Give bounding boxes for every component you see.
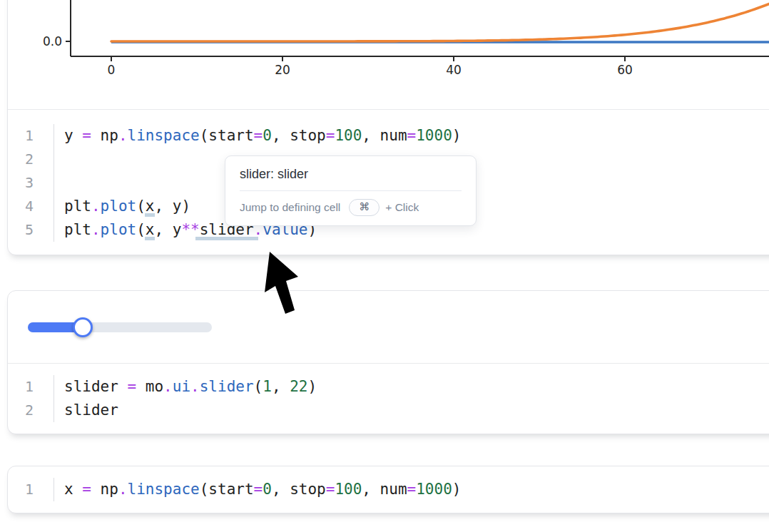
code-line[interactable]: slider = mo.ui.slider(1, 22) — [64, 375, 317, 399]
code-token: , y) — [154, 198, 190, 215]
code-token: , num — [362, 127, 407, 144]
code-token: , num — [362, 481, 407, 498]
code-token: 0 — [263, 127, 272, 144]
command-key-badge: ⌘ — [349, 199, 380, 216]
code-token: . — [91, 198, 101, 215]
code-token: np — [91, 127, 118, 144]
code-token: plt — [64, 221, 91, 238]
code-token: = — [82, 127, 91, 144]
variable-tooltip: slider: slider Jump to defining cell ⌘ +… — [225, 155, 477, 226]
code-token: ** — [181, 221, 199, 238]
code-token: 100 — [335, 127, 362, 144]
code-editor[interactable]: 12 slider = mo.ui.slider(1, 22)slider — [8, 364, 769, 434]
x-tick-label: 20 — [275, 63, 290, 77]
code-line[interactable]: x = np.linspace(start=0, stop=100, num=1… — [64, 478, 461, 501]
code-token: , stop — [272, 481, 326, 498]
code-token: y — [64, 127, 82, 144]
code-token: 0 — [263, 481, 272, 498]
code-token: (start — [200, 481, 254, 498]
matplotlib-plot: 0204060 0.0 — [8, 0, 769, 110]
code-token: ui — [173, 378, 190, 395]
slider-handle[interactable] — [73, 317, 93, 337]
code-token: = — [326, 481, 335, 498]
code-token: ) — [452, 127, 462, 144]
code-token: mo — [136, 378, 163, 395]
line-number-gutter: 1 — [8, 478, 34, 501]
code-token: . — [190, 378, 200, 395]
code-token: ( — [136, 198, 146, 215]
x-tick-label: 40 — [446, 63, 462, 77]
code-token: slider — [64, 401, 118, 419]
code-token: (start — [200, 127, 254, 144]
x-tick-label: 60 — [617, 63, 633, 77]
code-token: = — [82, 481, 91, 498]
code-token: slider — [200, 378, 254, 395]
code-token: plot — [101, 221, 137, 238]
code-token: , stop — [272, 127, 326, 144]
code-token: slider — [64, 378, 128, 395]
code-token: = — [407, 481, 417, 498]
slider-output — [8, 291, 769, 364]
line-number: 2 — [8, 148, 34, 171]
x-tick-label: 0 — [108, 63, 116, 77]
line-number: 4 — [8, 195, 34, 218]
mouse-cursor-icon — [257, 245, 302, 319]
code-token: = — [407, 127, 417, 144]
code-token: linspace — [128, 127, 200, 144]
matplotlib-output: 0204060 0.0 — [8, 0, 769, 110]
line-number-gutter: 12345 — [8, 124, 34, 242]
notebook-cell-x: 1 x = np.linspace(start=0, stop=100, num… — [7, 466, 769, 513]
code-content[interactable]: x = np.linspace(start=0, stop=100, num=1… — [54, 478, 461, 501]
line-number: 1 — [8, 375, 34, 399]
code-token: = — [254, 127, 263, 144]
slider-track[interactable] — [28, 322, 212, 332]
variable-reference[interactable]: x — [146, 198, 155, 215]
code-content[interactable]: slider = mo.ui.slider(1, 22)slider — [54, 375, 317, 422]
code-token: plt — [64, 198, 91, 215]
code-line[interactable]: slider — [64, 399, 317, 422]
code-token: np — [91, 481, 118, 498]
notebook-cell-slider: 12 slider = mo.ui.slider(1, 22)slider — [7, 290, 769, 434]
code-token: 22 — [290, 378, 307, 395]
code-token: ) — [452, 481, 462, 498]
code-token: plot — [101, 198, 137, 215]
code-token: . — [118, 481, 128, 498]
code-token: ) — [307, 378, 317, 395]
code-token: . — [163, 378, 173, 395]
line-number: 5 — [8, 218, 34, 242]
code-token: linspace — [128, 481, 200, 498]
code-token: = — [326, 127, 335, 144]
code-token: ( — [136, 221, 146, 238]
line-number-gutter: 12 — [8, 375, 34, 422]
code-token: = — [254, 481, 263, 498]
code-token: 1000 — [416, 481, 452, 498]
line-number: 2 — [8, 399, 34, 422]
code-token: 1 — [263, 378, 272, 395]
variable-reference[interactable]: x — [146, 221, 155, 238]
code-token: . — [91, 221, 101, 238]
code-token: 100 — [335, 481, 362, 498]
tooltip-action-label: Jump to defining cell — [240, 201, 340, 214]
code-line[interactable]: y = np.linspace(start=0, stop=100, num=1… — [64, 124, 461, 148]
code-token: x — [64, 481, 82, 498]
code-token: , — [272, 378, 290, 395]
line-number: 1 — [8, 124, 34, 148]
series-line-orange — [111, 1, 769, 41]
code-token: , y — [154, 221, 181, 238]
tooltip-divider — [240, 190, 462, 191]
code-token: = — [128, 378, 137, 395]
code-token: ( — [254, 378, 263, 395]
tooltip-action-row: Jump to defining cell ⌘ + Click — [240, 199, 462, 216]
line-number: 1 — [8, 478, 34, 501]
y-tick-label: 0.0 — [43, 34, 62, 48]
code-token: 1000 — [416, 127, 452, 144]
tooltip-click-suffix: + Click — [385, 201, 419, 214]
tooltip-title: slider: slider — [240, 167, 462, 182]
code-token: . — [118, 127, 128, 144]
code-editor[interactable]: 1 x = np.linspace(start=0, stop=100, num… — [8, 466, 769, 513]
line-number: 3 — [8, 171, 34, 195]
